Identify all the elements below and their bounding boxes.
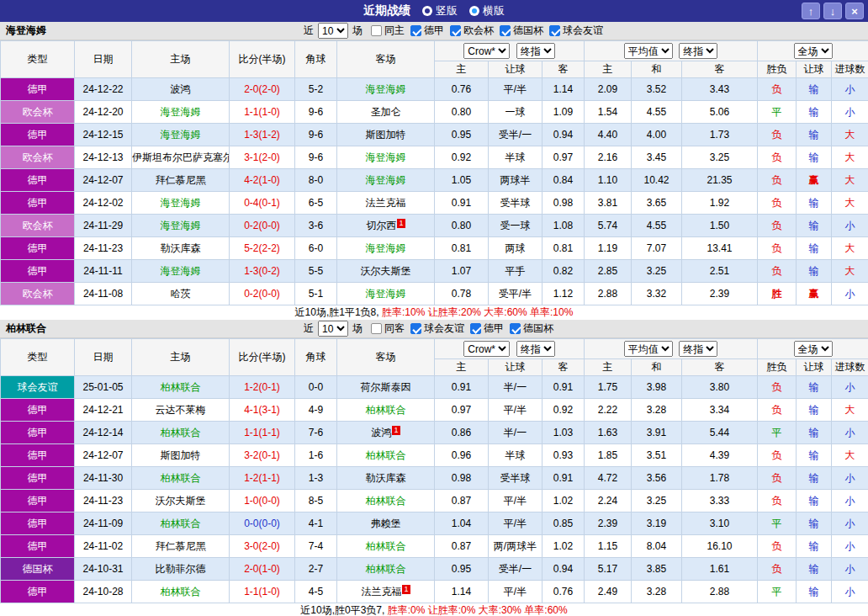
score-cell: 4-2(1-0) xyxy=(230,169,295,192)
league-filter-checkbox[interactable]: 德国杯 xyxy=(510,321,553,336)
handicap-result-cell: 输 xyxy=(797,376,832,399)
date-cell: 24-12-07 xyxy=(75,444,132,467)
handicap-result-cell: 输 xyxy=(797,146,832,169)
odds-time-select[interactable]: 终指 xyxy=(516,43,555,59)
radio-icon xyxy=(469,6,479,16)
recent-count-select[interactable]: 10 xyxy=(318,321,348,337)
avg-away-cell: 3.10 xyxy=(682,512,758,535)
home-team-cell: 柏林联合 xyxy=(132,512,230,535)
avg-select[interactable]: 平均值 xyxy=(624,43,673,59)
avg-home-cell: 2.88 xyxy=(585,283,632,305)
home-team-cell: 沃尔夫斯堡 xyxy=(132,490,230,512)
league-filter-checkbox[interactable]: 德甲 xyxy=(410,24,444,38)
close-button[interactable]: × xyxy=(845,3,864,19)
avg-away-cell: 3.80 xyxy=(682,376,758,399)
away-team-cell: 柏林联合 xyxy=(337,444,435,467)
team-name: 柏林联合 xyxy=(366,404,406,416)
team-name: 法兰克福 xyxy=(361,586,401,597)
scope-select[interactable]: 全场 xyxy=(794,43,833,59)
avg-time-select[interactable]: 终指 xyxy=(679,43,717,59)
corner-cell: 5-1 xyxy=(295,283,337,305)
away-odds-cell: 0.97 xyxy=(542,146,585,169)
scope-header: 全场 xyxy=(758,339,868,359)
avg-home-cell: 3.81 xyxy=(585,192,632,215)
away-team-cell: 海登海姆 xyxy=(337,237,435,260)
team-name: 拜仁慕尼黑 xyxy=(156,174,206,186)
avg-home-cell: 1.63 xyxy=(585,422,632,444)
same-venue-checkbox[interactable]: 同主 xyxy=(371,24,405,38)
league-filter-checkbox[interactable]: 德国杯 xyxy=(500,24,543,38)
league-filter-checkbox[interactable]: 欧会杯 xyxy=(450,24,494,38)
avg-home-cell: 2.85 xyxy=(585,260,632,283)
avg-home-cell: 2.16 xyxy=(585,146,632,169)
avg-time-select[interactable]: 终指 xyxy=(679,341,717,357)
score-cell: 0-2(0-0) xyxy=(230,215,295,237)
match-row: 欧会杯24-11-29海登海姆0-2(0-0)3-6切尔西10.80受一球1.0… xyxy=(1,215,868,237)
home-team-cell: 海登海姆 xyxy=(132,215,230,237)
odds-source-header: Crow* 终指 xyxy=(435,41,585,61)
home-team-cell: 斯图加特 xyxy=(132,444,230,467)
odds-company-select[interactable]: Crow* xyxy=(463,43,510,59)
summary-line: 近10场,胜0平3负7, 胜率:0% 让胜率:0% 大率:30% 单率:60% xyxy=(0,603,868,616)
avg-draw-cell: 3.56 xyxy=(632,467,682,490)
result-cell: 平 xyxy=(758,512,797,535)
filter-bar: 近 10 场 同主 德甲欧会杯德国杯球会友谊 xyxy=(301,23,603,39)
goals-result-cell: 小 xyxy=(832,283,868,305)
recent-count-select[interactable]: 10 xyxy=(318,23,348,39)
away-odds-cell: 1.08 xyxy=(542,215,585,237)
team-name: 切尔西 xyxy=(366,220,396,231)
corner-cell: 6-0 xyxy=(295,237,337,260)
handicap-cell: 受一球 xyxy=(489,215,542,237)
goals-result-cell: 大 xyxy=(832,169,868,192)
away-odds-cell: 0.92 xyxy=(542,399,585,422)
league-filter-checkbox[interactable]: 球会友谊 xyxy=(410,321,464,336)
goals-result-cell: 小 xyxy=(832,467,868,490)
team-name: 弗赖堡 xyxy=(371,518,401,529)
corner-cell: 7-6 xyxy=(295,422,337,444)
result-cell: 负 xyxy=(758,215,797,237)
handicap-result-cell: 赢 xyxy=(797,283,832,305)
league-type-cell: 德甲 xyxy=(1,237,75,260)
score-cell: 3-0(2-0) xyxy=(230,535,295,558)
scroll-down-button[interactable]: ↓ xyxy=(823,3,842,19)
team-name: 波鸿 xyxy=(371,427,391,438)
avg-home-cell: 2.09 xyxy=(585,78,632,101)
match-row: 德甲24-11-23勒沃库森5-2(2-2)6-0海登海姆0.81两球0.811… xyxy=(1,237,868,260)
goals-result-cell: 大 xyxy=(832,260,868,283)
home-team-cell: 勒沃库森 xyxy=(132,237,230,260)
vertical-layout-radio[interactable]: 竖版 xyxy=(422,3,458,19)
avg-away-cell: 5.06 xyxy=(682,101,758,124)
match-row: 德甲24-10-28柏林联合1-1(1-0)4-5法兰克福11.14平/半0.7… xyxy=(1,581,868,603)
scope-select[interactable]: 全场 xyxy=(794,341,833,357)
home-odds-cell: 0.91 xyxy=(435,192,489,215)
league-filter-checkbox[interactable]: 球会友谊 xyxy=(549,24,603,38)
col-header-avg-draw: 和 xyxy=(632,359,682,376)
avg-draw-cell: 3.51 xyxy=(632,444,682,467)
result-cell: 负 xyxy=(758,444,797,467)
avg-draw-cell: 3.28 xyxy=(632,399,682,422)
result-cell: 平 xyxy=(758,101,797,124)
col-header-handicap-result: 让球 xyxy=(797,61,832,78)
odds-time-select[interactable]: 终指 xyxy=(516,341,555,357)
away-odds-cell: 1.14 xyxy=(542,78,585,101)
away-team-cell: 柏林联合 xyxy=(337,558,435,581)
away-team-cell: 波鸿1 xyxy=(337,422,435,444)
same-venue-checkbox[interactable]: 同客 xyxy=(371,321,405,336)
avg-select[interactable]: 平均值 xyxy=(624,341,673,357)
team-name: 柏林联合 xyxy=(366,449,406,461)
horizontal-layout-radio[interactable]: 横版 xyxy=(469,3,505,19)
col-header-home: 主场 xyxy=(132,339,230,376)
score-cell: 3-1(2-0) xyxy=(230,146,295,169)
away-team-cell: 切尔西1 xyxy=(337,215,435,237)
col-header-away-odds: 客 xyxy=(542,359,585,376)
home-team-cell: 拜仁慕尼黑 xyxy=(132,535,230,558)
league-filter-checkbox[interactable]: 德甲 xyxy=(470,321,504,336)
handicap-cell: 受半/一 xyxy=(489,558,542,581)
result-cell: 负 xyxy=(758,169,797,192)
odds-company-select[interactable]: Crow* xyxy=(463,341,510,357)
window-buttons: ↑ ↓ × xyxy=(802,3,864,19)
handicap-cell: 平/半 xyxy=(489,512,542,535)
summary-record: 近10场,胜1平1负8, xyxy=(295,306,382,318)
scroll-up-button[interactable]: ↑ xyxy=(802,3,820,19)
handicap-result-cell: 输 xyxy=(797,260,832,283)
